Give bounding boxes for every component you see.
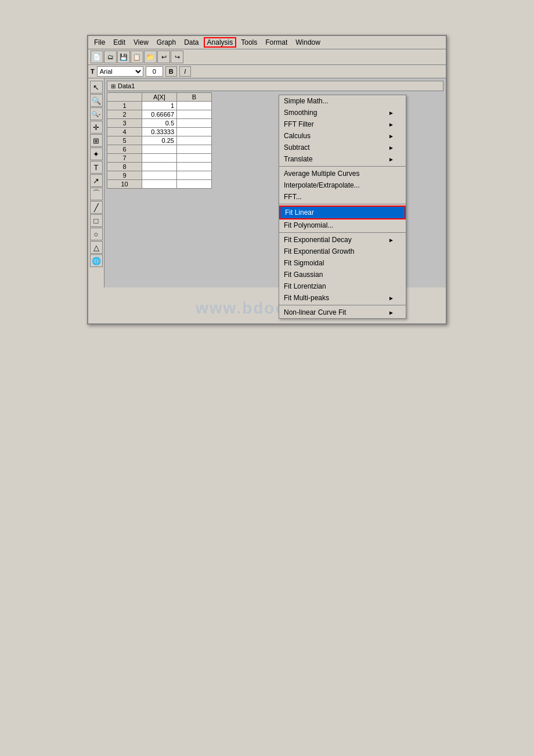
curve-tool[interactable]: ⌒ — [90, 188, 103, 200]
zoom-in-tool[interactable]: 🔍 — [90, 94, 103, 107]
cell-b[interactable] — [177, 163, 212, 171]
undo-button[interactable]: ↩ — [157, 51, 170, 63]
table-row[interactable]: 5 0.25 — [107, 136, 212, 145]
table-row[interactable]: 6 — [107, 145, 212, 154]
menu-label: Subtract — [284, 143, 310, 152]
menu-item-fit-linear[interactable]: Fit Linear — [279, 206, 406, 219]
menu-item-fit-sigmoidal[interactable]: Fit Sigmoidal — [279, 257, 406, 269]
cell-ax[interactable]: 0.25 — [142, 136, 177, 145]
font-size-input[interactable] — [146, 66, 163, 77]
menu-graph[interactable]: Graph — [153, 37, 179, 48]
col-header-b[interactable]: B — [177, 93, 212, 102]
cell-b[interactable] — [177, 119, 212, 128]
cell-b[interactable] — [177, 154, 212, 163]
cell-ax[interactable] — [142, 163, 177, 171]
bold-button[interactable]: B — [165, 66, 177, 77]
copy-button[interactable]: 📋 — [131, 51, 143, 63]
menu-separator — [279, 204, 406, 204]
italic-button[interactable]: I — [179, 66, 191, 77]
toolbar: 📄 🗂 💾 📋 📁 ↩ ↪ — [88, 49, 446, 65]
table-row[interactable]: 3 0.5 — [107, 119, 212, 128]
menu-separator — [279, 232, 406, 233]
cell-b[interactable] — [177, 136, 212, 145]
menu-label: Smoothing — [284, 109, 317, 117]
row-number: 2 — [107, 110, 142, 119]
cursor-tool[interactable]: ↖ — [90, 81, 103, 93]
cell-b[interactable] — [177, 171, 212, 180]
table-row[interactable]: 1 1 — [107, 102, 212, 110]
table-row[interactable]: 7 — [107, 154, 212, 163]
circle-tool[interactable]: ○ — [90, 228, 103, 240]
cell-ax[interactable]: 1 — [142, 102, 177, 110]
menu-item-translate[interactable]: Translate► — [279, 153, 406, 165]
font-select[interactable]: Arial — [97, 66, 143, 77]
menu-item-fit-exponential-growth[interactable]: Fit Exponential Growth — [279, 246, 406, 257]
menu-label: Fit Lorentzian — [284, 282, 326, 290]
menu-item-fit-exponential-decay[interactable]: Fit Exponential Decay► — [279, 234, 406, 246]
open-button[interactable]: 🗂 — [104, 51, 117, 63]
menu-analysis[interactable]: Analysis — [204, 37, 237, 48]
menu-item-fit-lorentzian[interactable]: Fit Lorentzian — [279, 280, 406, 292]
cell-ax[interactable] — [142, 171, 177, 180]
cell-ax[interactable]: 0.5 — [142, 119, 177, 128]
font-icon: T — [91, 68, 95, 75]
menu-item-simple-math---[interactable]: Simple Math... — [279, 95, 406, 107]
menu-file[interactable]: File — [91, 37, 109, 48]
cell-b[interactable] — [177, 102, 212, 110]
menu-item-fit-multi-peaks[interactable]: Fit Multi-peaks► — [279, 292, 406, 304]
submenu-arrow: ► — [388, 133, 394, 139]
table-row[interactable]: 9 — [107, 171, 212, 180]
sheet-icon: ⊞ — [111, 83, 116, 89]
menu-tools[interactable]: Tools — [237, 37, 261, 48]
table-row[interactable]: 8 — [107, 163, 212, 171]
row-number: 3 — [107, 119, 142, 128]
menu-item-smoothing[interactable]: Smoothing► — [279, 107, 406, 118]
table-row[interactable]: 4 0.33333 — [107, 128, 212, 136]
paste-button[interactable]: 📁 — [144, 51, 157, 63]
menu-edit[interactable]: Edit — [110, 37, 129, 48]
row-number: 9 — [107, 171, 142, 180]
dot-tool[interactable]: ✦ — [90, 147, 103, 160]
menu-item-subtract[interactable]: Subtract► — [279, 142, 406, 153]
grid-tool[interactable]: ⊞ — [90, 134, 103, 147]
triangle-tool[interactable]: △ — [90, 241, 103, 254]
line-tool[interactable]: ╱ — [90, 201, 103, 214]
cell-ax[interactable]: 0.66667 — [142, 110, 177, 119]
text-tool[interactable]: T — [90, 161, 103, 174]
cell-b[interactable] — [177, 128, 212, 136]
save-all-button[interactable]: 💾 — [117, 51, 130, 63]
menu-item-fft-filter[interactable]: FFT Filter► — [279, 118, 406, 130]
rect-tool[interactable]: □ — [90, 214, 103, 227]
menu-view[interactable]: View — [130, 37, 152, 48]
cell-b[interactable] — [177, 110, 212, 119]
cell-ax[interactable] — [142, 154, 177, 163]
cross-tool[interactable]: ✛ — [90, 121, 103, 134]
menu-item-fft---[interactable]: FFT... — [279, 191, 406, 203]
zoom-out-tool[interactable]: 🔍- — [90, 107, 103, 120]
cell-ax[interactable] — [142, 145, 177, 154]
table-row[interactable]: 10 — [107, 180, 212, 189]
menu-item-calculus[interactable]: Calculus► — [279, 130, 406, 142]
redo-button[interactable]: ↪ — [171, 51, 183, 63]
arrow-tool[interactable]: ↗ — [90, 174, 103, 187]
menu-item-fit-polynomial---[interactable]: Fit Polynomial... — [279, 219, 406, 231]
cell-ax[interactable]: 0.33333 — [142, 128, 177, 136]
menu-format[interactable]: Format — [262, 37, 291, 48]
menu-separator — [279, 305, 406, 305]
menu-label: Fit Multi-peaks — [284, 294, 329, 302]
menu-item-average-multiple-curves[interactable]: Average Multiple Curves — [279, 168, 406, 179]
new-button[interactable]: 📄 — [91, 51, 103, 63]
submenu-arrow: ► — [388, 309, 394, 316]
col-header-ax[interactable]: A[X] — [142, 93, 177, 102]
menu-item-fit-gaussian[interactable]: Fit Gaussian — [279, 269, 406, 280]
globe-tool[interactable]: 🌐 — [90, 254, 103, 267]
cell-b[interactable] — [177, 145, 212, 154]
cell-ax[interactable] — [142, 180, 177, 189]
menu-separator — [279, 166, 406, 167]
table-row[interactable]: 2 0.66667 — [107, 110, 212, 119]
cell-b[interactable] — [177, 180, 212, 189]
menu-item-interpolate-extrapolate---[interactable]: Interpolate/Extrapolate... — [279, 179, 406, 191]
menu-item-non-linear-curve-fit[interactable]: Non-linear Curve Fit► — [279, 307, 406, 318]
menu-window[interactable]: Window — [292, 37, 324, 48]
menu-data[interactable]: Data — [181, 37, 202, 48]
